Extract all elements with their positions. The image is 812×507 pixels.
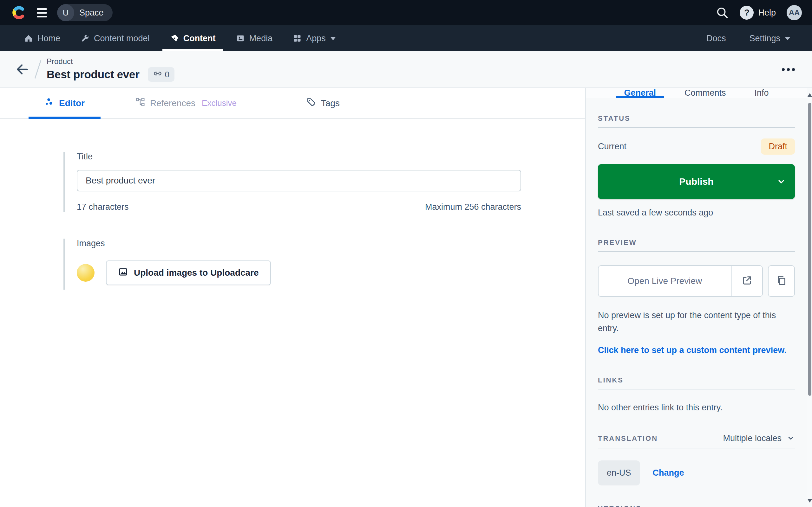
more-actions-icon[interactable] [777, 64, 799, 75]
tab-label: References [150, 98, 195, 108]
images-field-label: Images [77, 239, 585, 248]
links-heading: LINKS [598, 376, 795, 384]
entry-sidebar: General Comments Info STATUS Current Dra… [585, 88, 807, 507]
status-badge: Draft [761, 138, 795, 155]
hamburger-menu-icon[interactable] [35, 6, 49, 19]
breadcrumb-divider [35, 60, 41, 78]
main-nav-items: Home Content model Content [15, 25, 345, 51]
page-title: Best product ever [47, 68, 140, 81]
home-icon [24, 34, 33, 43]
workspace: Editor References Exclusive [0, 88, 812, 507]
max-chars-note: Maximum 256 characters [425, 202, 521, 212]
tab-editor[interactable]: Editor [29, 88, 101, 118]
contentful-app: U Space ? Help AA Hom [0, 0, 812, 507]
apps-icon [293, 34, 302, 43]
scroll-down-arrow[interactable] [808, 499, 812, 503]
translation-heading: TRANSLATION [598, 435, 658, 443]
copy-preview-url-button[interactable] [768, 265, 795, 297]
upload-button-label: Upload images to Uploadcare [134, 268, 259, 278]
top-bar-left: U Space [11, 4, 113, 21]
title-input[interactable] [77, 170, 521, 191]
links-note: No other entries link to this entry. [598, 403, 795, 412]
image-icon [118, 267, 128, 279]
translation-section: TRANSLATION Multiple locales en-US Chang… [598, 434, 795, 486]
editor-tab-icon [44, 97, 54, 109]
tab-label: General [624, 88, 656, 98]
section-divider [598, 251, 795, 252]
scrollbar-thumb[interactable] [808, 103, 811, 396]
nav-item-label: Media [249, 34, 273, 43]
editor-panel: Editor References Exclusive [0, 88, 585, 507]
section-divider [598, 389, 795, 389]
last-saved-status: Last saved a few seconds ago [598, 208, 795, 218]
search-icon[interactable] [716, 6, 729, 19]
preview-section: PREVIEW Open Live Preview [598, 239, 795, 355]
tab-label: Comments [684, 88, 726, 98]
publish-button[interactable]: Publish [598, 164, 795, 199]
pen-icon [170, 34, 179, 43]
external-link-icon [741, 275, 753, 287]
references-tree-icon [136, 97, 145, 109]
versions-section: VERSIONS [598, 504, 795, 507]
upload-images-button[interactable]: Upload images to Uploadcare [106, 261, 271, 285]
tab-label: Tags [321, 98, 340, 108]
editor-tabs: Editor References Exclusive [0, 88, 585, 119]
vertical-scrollbar[interactable] [807, 88, 812, 507]
tab-tags[interactable]: Tags [291, 88, 356, 118]
user-avatar[interactable]: AA [786, 5, 802, 20]
space-avatar: U [57, 4, 74, 21]
nav-item-settings[interactable]: Settings [740, 34, 799, 43]
open-in-new-tab-button[interactable] [731, 266, 763, 296]
setup-preview-link[interactable]: Click here to set up a custom content pr… [598, 345, 786, 355]
change-locale-link[interactable]: Change [653, 468, 684, 478]
sidebar-content: STATUS Current Draft Publish Last saved … [586, 98, 807, 507]
help-label: Help [758, 8, 776, 18]
locales-mode-select[interactable]: Multiple locales [723, 434, 795, 443]
tab-label: Editor [59, 98, 85, 108]
nav-item-content-model[interactable]: Content model [72, 25, 159, 51]
open-live-preview-button[interactable]: Open Live Preview [599, 266, 731, 296]
space-switcher[interactable]: U Space [57, 4, 113, 21]
preview-heading: PREVIEW [598, 239, 795, 247]
status-section: STATUS Current Draft Publish Last saved … [598, 114, 795, 218]
title-field-helpers: 17 characters Maximum 256 characters [77, 202, 521, 212]
char-count: 17 characters [77, 202, 129, 212]
tab-general[interactable]: General [614, 88, 665, 98]
chevron-down-icon [785, 37, 791, 40]
chevron-down-icon [330, 37, 336, 40]
nav-item-docs[interactable]: Docs [698, 34, 735, 43]
entry-header: Product Best product ever 0 [0, 51, 812, 88]
media-icon [236, 34, 245, 43]
nav-item-label: Docs [706, 34, 726, 43]
status-heading: STATUS [598, 114, 795, 123]
nav-item-home[interactable]: Home [15, 25, 69, 51]
links-count-badge[interactable]: 0 [148, 67, 174, 82]
nav-item-label: Content [183, 34, 216, 43]
contentful-logo-icon[interactable] [11, 5, 27, 20]
versions-heading: VERSIONS [598, 504, 795, 507]
nav-item-label: Settings [749, 34, 780, 43]
main-nav: Home Content model Content [0, 25, 812, 51]
space-name-label: Space [74, 8, 113, 18]
publish-button-label: Publish [679, 176, 713, 187]
open-live-preview-split-button: Open Live Preview [598, 265, 763, 297]
uploadcare-app-icon[interactable] [77, 264, 95, 282]
nav-item-apps[interactable]: Apps [284, 25, 345, 51]
nav-item-label: Home [38, 34, 60, 43]
tab-comments[interactable]: Comments [675, 88, 735, 98]
links-count: 0 [165, 70, 169, 79]
help-button[interactable]: ? Help [740, 6, 776, 20]
link-icon [153, 69, 162, 80]
wrench-icon [81, 34, 90, 43]
back-arrow-icon[interactable] [14, 61, 31, 78]
links-section: LINKS No other entries link to this entr… [598, 376, 795, 412]
copy-icon [776, 275, 787, 287]
locales-mode-value: Multiple locales [723, 434, 781, 443]
tab-references[interactable]: References Exclusive [119, 88, 252, 118]
nav-item-media[interactable]: Media [227, 25, 282, 51]
tab-info[interactable]: Info [745, 88, 778, 98]
publish-chevron-down-icon[interactable] [776, 177, 786, 186]
open-live-preview-label: Open Live Preview [627, 276, 702, 286]
scroll-up-arrow[interactable] [808, 93, 812, 97]
nav-item-content[interactable]: Content [161, 25, 224, 51]
